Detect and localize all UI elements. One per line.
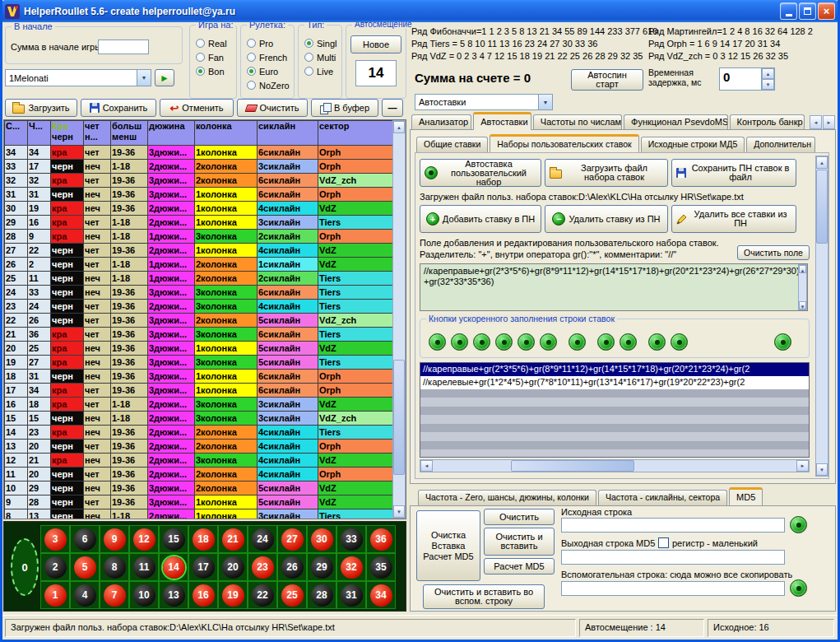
- scroll-up-icon[interactable]: [799, 265, 806, 273]
- scroll-thumb[interactable]: [816, 170, 828, 244]
- quick-fill-button[interactable]: [774, 333, 791, 351]
- table-row[interactable]: 2511черннеч1-181дюжи...2колонка2сиклайнT…: [5, 272, 395, 286]
- col-header-sixline[interactable]: сиклайн: [258, 121, 318, 146]
- delete-all-bets-button[interactable]: Удалить все ставки из ПН: [671, 205, 796, 233]
- tab-freq-zero[interactable]: Частота - Zero, шансы, дюжины, колонки: [418, 490, 596, 505]
- board-cell-36[interactable]: 36: [366, 525, 396, 553]
- board-cell-30[interactable]: 30: [307, 525, 336, 553]
- board-cell-27[interactable]: 27: [277, 525, 307, 553]
- tabs-scroll-left-icon[interactable]: [810, 115, 822, 129]
- auto-user-set-button[interactable]: Автоставка пользовательский набор: [420, 159, 541, 187]
- tab-general-bets[interactable]: Общие ставки: [416, 137, 488, 152]
- board-cell-22[interactable]: 22: [248, 581, 277, 609]
- quick-fill-button[interactable]: [648, 333, 666, 351]
- new-shift-button[interactable]: Новое: [350, 35, 401, 54]
- table-row[interactable]: 1618крачет1-182дюжи...3колонка3сиклайнVd…: [5, 398, 395, 412]
- tab-md5[interactable]: MD5: [729, 487, 763, 505]
- table-row[interactable]: 1515черннеч1-182дюжи...3колонка3сиклайнV…: [5, 412, 395, 426]
- board-cell-24[interactable]: 24: [248, 525, 277, 553]
- col-header-counter[interactable]: С...: [5, 121, 28, 146]
- edit-scrollbar[interactable]: [798, 264, 807, 310]
- quick-fill-button[interactable]: [597, 333, 615, 351]
- radio-bon[interactable]: Bon: [190, 64, 236, 78]
- board-cell-14[interactable]: 14: [159, 553, 188, 581]
- scroll-up-icon[interactable]: [816, 156, 828, 169]
- board-cell-18[interactable]: 18: [188, 525, 218, 553]
- board-cell-8[interactable]: 8: [100, 553, 129, 581]
- quick-fill-button[interactable]: [495, 333, 513, 351]
- md5-aux-input[interactable]: [561, 581, 785, 596]
- quick-fill-button[interactable]: [620, 333, 637, 351]
- table-row[interactable]: 2916крачет1-182дюжи...1колонка3сиклайнTi…: [5, 216, 395, 230]
- board-cell-17[interactable]: 17: [188, 553, 218, 581]
- quick-fill-button[interactable]: [451, 333, 468, 351]
- table-row[interactable]: 2136крачет19-363дюжи...3колонка6сиклайнT…: [5, 328, 395, 342]
- tab-user-bet-sets[interactable]: Наборы пользовательских ставок: [490, 134, 638, 152]
- table-row[interactable]: 1120чернчет19-362дюжи...2колонка4сиклайн…: [5, 468, 395, 482]
- table-row[interactable]: 3317черннеч1-182дюжи...2колонка3сиклайнO…: [5, 160, 395, 174]
- board-cell-23[interactable]: 23: [248, 553, 277, 581]
- register-checkbox[interactable]: [658, 537, 669, 548]
- close-button[interactable]: ×: [818, 2, 835, 20]
- board-cell-26[interactable]: 26: [277, 553, 307, 581]
- md5-master-button[interactable]: ОчисткаВставкаРасчет MD5: [416, 510, 480, 581]
- tab-freq-sixline[interactable]: Частота - сиклайны, сектора: [598, 490, 727, 505]
- tab-additional[interactable]: Дополнительн: [746, 137, 815, 152]
- quick-fill-button[interactable]: [540, 333, 557, 351]
- board-cell-33[interactable]: 33: [336, 525, 366, 553]
- radio-multi[interactable]: Multi: [299, 50, 341, 64]
- system-combo[interactable]: 1Melonati: [5, 69, 151, 86]
- col-header-sector[interactable]: сектор: [318, 121, 395, 146]
- tab-number-frequencies[interactable]: Частоты по числам: [533, 114, 622, 130]
- table-row[interactable]: 2025кранеч19-363дюжи...1колонка5сиклайнV…: [5, 342, 395, 356]
- col-header-range[interactable]: большменш: [111, 121, 148, 146]
- start-sum-input[interactable]: [98, 40, 149, 54]
- table-row[interactable]: 3232крачет19-363дюжи...2колонка6сиклайнV…: [5, 174, 395, 188]
- table-row[interactable]: 289кранеч1-181дюжи...3колонка2сиклайнOrp…: [5, 230, 395, 244]
- table-row[interactable]: 813черннеч1-182дюжи...1колонка3сиклайнTi…: [5, 509, 395, 520]
- table-row[interactable]: 928чернчет19-363дюжи...1колонка5сиклайнV…: [5, 495, 395, 509]
- radio-pro[interactable]: Pro: [241, 36, 294, 50]
- board-cell-12[interactable]: 12: [129, 525, 159, 553]
- board-cell-9[interactable]: 9: [100, 525, 129, 553]
- autobets-combo[interactable]: Автоставки: [415, 94, 553, 110]
- add-bet-button[interactable]: Добавить ставку в ПН: [420, 205, 541, 233]
- scroll-right-icon[interactable]: [796, 460, 809, 472]
- bet-list-row[interactable]: //кареправые+gr(2*3*5*6)+gr(8*9*11*12)+g…: [420, 363, 809, 376]
- scroll-down-icon[interactable]: [393, 505, 405, 518]
- board-cell-29[interactable]: 29: [307, 553, 336, 581]
- scroll-down-icon[interactable]: [816, 463, 828, 476]
- table-row[interactable]: 2226чернчет19-363дюжи...2колонка5сиклайн…: [5, 314, 395, 328]
- minus-button[interactable]: —: [382, 99, 403, 117]
- col-header-parity[interactable]: четн...: [84, 121, 111, 146]
- board-cell-1[interactable]: 1: [40, 581, 70, 609]
- undo-button[interactable]: Отменить: [160, 99, 234, 117]
- bet-edit-field[interactable]: //кареправые+gr(2*3*5*6)+gr(8*9*11*12)+g…: [420, 263, 808, 311]
- chevron-down-icon[interactable]: [538, 95, 552, 109]
- table-row[interactable]: 3131черннеч19-363дюжи...1колонка6сиклайн…: [5, 188, 395, 202]
- board-cell-20[interactable]: 20: [218, 553, 248, 581]
- scroll-thumb[interactable]: [511, 460, 634, 472]
- table-row[interactable]: 2722чернчет19-362дюжи...1колонка4сиклайн…: [5, 244, 395, 258]
- quick-fill-button[interactable]: [569, 333, 586, 351]
- board-cell-5[interactable]: 5: [70, 553, 100, 581]
- quick-fill-button[interactable]: [429, 333, 446, 351]
- table-row[interactable]: 2433черннеч19-363дюжи...3колонка6сиклайн…: [5, 286, 395, 300]
- tab-analyzer[interactable]: Анализатор: [411, 114, 471, 130]
- md5-output-input[interactable]: [561, 550, 785, 565]
- list-hscrollbar[interactable]: [420, 459, 810, 472]
- to-buffer-button[interactable]: В буфер: [311, 99, 378, 117]
- md5-aux-quick-button[interactable]: [790, 579, 807, 597]
- board-cell-31[interactable]: 31: [336, 581, 366, 609]
- table-scrollbar[interactable]: [392, 120, 406, 519]
- tab-psevdoms[interactable]: Функционал PsevdoMS: [624, 114, 727, 130]
- table-row[interactable]: 1029черннеч19-363дюжи...2колонка5сиклайн…: [5, 482, 395, 495]
- board-cell-10[interactable]: 10: [129, 581, 159, 609]
- board-cell-25[interactable]: 25: [277, 581, 307, 609]
- delete-bet-button[interactable]: Удалить ставку из ПН: [545, 205, 668, 233]
- board-cell-32[interactable]: 32: [336, 553, 366, 581]
- board-cell-6[interactable]: 6: [70, 525, 100, 553]
- table-row[interactable]: 262чернчет1-181дюжи...2колонка1сиклайнVd…: [5, 258, 395, 272]
- table-row[interactable]: 2324чернчет19-362дюжи...3колонка4сиклайн…: [5, 300, 395, 314]
- md5-clear-button[interactable]: Очистить: [484, 509, 555, 525]
